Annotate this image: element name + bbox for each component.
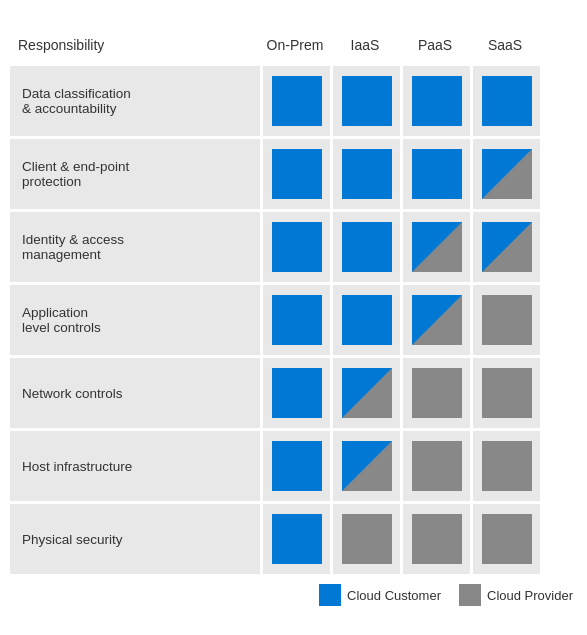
responsibility-table: Responsibility On-Prem IaaS PaaS SaaS Da… (10, 29, 577, 606)
grid: Responsibility On-Prem IaaS PaaS SaaS (10, 29, 577, 63)
cell-2-0 (260, 209, 330, 282)
row-label-1: Client & end-point protection (10, 136, 260, 209)
cell-6-0 (260, 501, 330, 574)
row-label-2: Identity & access management (10, 209, 260, 282)
row-label-6: Physical security (10, 501, 260, 574)
cell-1-3 (470, 136, 540, 209)
cell-2-2 (400, 209, 470, 282)
cell-1-1 (330, 136, 400, 209)
cell-0-0 (260, 63, 330, 136)
row-label-5: Host infrastructure (10, 428, 260, 501)
header-saas: SaaS (470, 29, 540, 63)
cell-6-1 (330, 501, 400, 574)
header-onprem: On-Prem (260, 29, 330, 63)
header-paas: PaaS (400, 29, 470, 63)
cell-0-1 (330, 63, 400, 136)
legend-customer-label: Cloud Customer (347, 588, 441, 603)
row-label-4: Network controls (10, 355, 260, 428)
cell-1-0 (260, 136, 330, 209)
cell-4-3 (470, 355, 540, 428)
legend: Cloud Customer Cloud Provider (10, 584, 577, 606)
cell-0-2 (400, 63, 470, 136)
legend-provider-box (459, 584, 481, 606)
cell-2-3 (470, 209, 540, 282)
cell-6-2 (400, 501, 470, 574)
header-iaas: IaaS (330, 29, 400, 63)
cell-3-2 (400, 282, 470, 355)
cell-4-2 (400, 355, 470, 428)
cell-4-1 (330, 355, 400, 428)
cell-6-3 (470, 501, 540, 574)
legend-provider-label: Cloud Provider (487, 588, 573, 603)
row-label-3: Application level controls (10, 282, 260, 355)
legend-provider: Cloud Provider (459, 584, 573, 606)
cell-0-3 (470, 63, 540, 136)
cell-3-3 (470, 282, 540, 355)
legend-customer-box (319, 584, 341, 606)
cell-5-3 (470, 428, 540, 501)
legend-customer: Cloud Customer (319, 584, 441, 606)
table-body: Data classification & accountabilityClie… (10, 63, 577, 574)
cell-3-1 (330, 282, 400, 355)
cell-5-2 (400, 428, 470, 501)
cell-4-0 (260, 355, 330, 428)
cell-2-1 (330, 209, 400, 282)
cell-1-2 (400, 136, 470, 209)
header-responsibility: Responsibility (10, 29, 260, 63)
cell-3-0 (260, 282, 330, 355)
row-label-0: Data classification & accountability (10, 63, 260, 136)
cell-5-1 (330, 428, 400, 501)
cell-5-0 (260, 428, 330, 501)
